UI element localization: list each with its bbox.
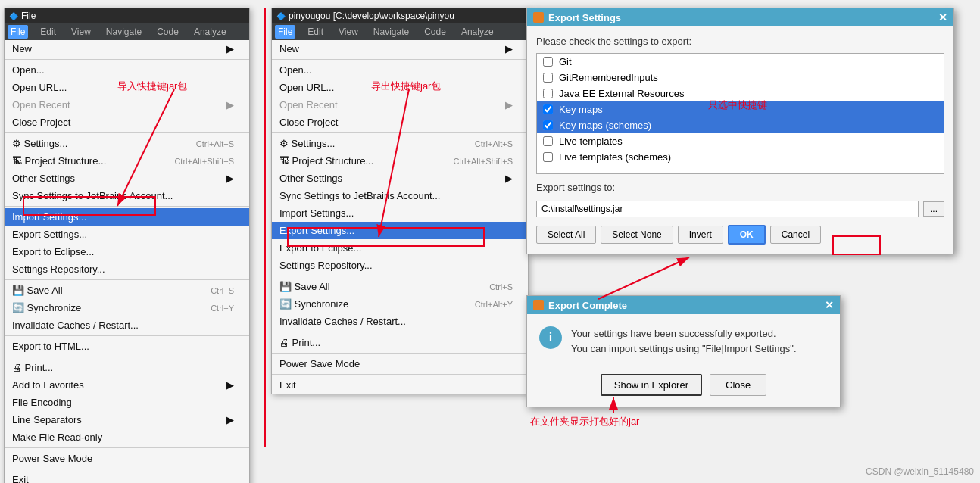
export-complete-annotation: 在文件夹显示打包好的jar	[530, 415, 639, 428]
settings-keymaps-schemes-checkbox[interactable]	[543, 120, 553, 130]
mid-menu-sync2[interactable]: 🔄 Synchronize Ctrl+Alt+Y	[272, 295, 528, 313]
browse-button[interactable]: ...	[923, 201, 944, 217]
mid-toolbar-view[interactable]: View	[336, 25, 361, 39]
mid-settings-repo-label: Settings Repository...	[279, 260, 373, 271]
mid-menu-exit[interactable]: Exit	[272, 376, 528, 394]
left-menu-open[interactable]: Open...	[5, 61, 249, 79]
left-menu-new[interactable]: New ▶	[5, 40, 249, 58]
ok-button[interactable]: OK	[728, 225, 766, 245]
mid-menu-proj-struct[interactable]: 🏗 Project Structure... Ctrl+Alt+Shift+S	[272, 152, 528, 170]
left-toolbar-code[interactable]: Code	[154, 25, 182, 39]
settings-gitremembered-checkbox[interactable]	[543, 73, 553, 83]
settings-live-templates-checkbox[interactable]	[543, 136, 553, 146]
left-menu-export-html[interactable]: Export to HTML...	[5, 338, 249, 355]
settings-keymaps-schemes-label: Key maps (schemes)	[559, 120, 651, 131]
mid-save-shortcut: Ctrl+S	[489, 282, 513, 291]
settings-item-live-templates[interactable]: Live templates	[537, 133, 944, 149]
left-menu-settings[interactable]: ⚙ Settings... Ctrl+Alt+S	[5, 135, 249, 152]
left-menu-settings-repo[interactable]: Settings Repository...	[5, 260, 249, 278]
cancel-button[interactable]: Cancel	[770, 226, 821, 244]
mid-menu-save-all[interactable]: 💾 Save All Ctrl+S	[272, 278, 528, 295]
left-line-sep-label: Line Separators	[12, 414, 82, 425]
left-menu-add-favorites[interactable]: Add to Favorites ▶	[5, 376, 249, 394]
mid-open-recent-label: Open Recent	[279, 99, 338, 111]
left-menu-line-sep[interactable]: Line Separators ▶	[5, 411, 249, 428]
settings-item-git-remembered[interactable]: GitRememberedInputs	[537, 70, 944, 86]
mid-toolbar-analyze[interactable]: Analyze	[458, 25, 497, 39]
mid-menu-open-recent[interactable]: Open Recent ▶	[272, 96, 528, 114]
mid-toolbar-navigate[interactable]: Navigate	[370, 25, 412, 39]
show-in-explorer-button[interactable]: Show in Explorer	[601, 374, 702, 396]
left-menu-title-text: File	[21, 11, 36, 21]
settings-item-live-templates-schemes[interactable]: Live templates (schemes)	[537, 149, 944, 165]
mid-menu-print[interactable]: 🖨 Print...	[272, 334, 528, 351]
export-settings-close[interactable]: ✕	[938, 11, 947, 23]
left-menu-import-settings[interactable]: Import Settings...	[5, 208, 249, 226]
export-complete-close[interactable]: ✕	[825, 299, 834, 311]
mid-menu-export-eclipse[interactable]: Export to Eclipse...	[272, 239, 528, 257]
left-toolbar-edit[interactable]: Edit	[37, 25, 59, 39]
left-menu-exit[interactable]: Exit	[5, 471, 249, 483]
mid-menu-open[interactable]: Open...	[272, 61, 528, 79]
left-line-sep-arrow: ▶	[226, 414, 234, 425]
left-menu-file-encoding[interactable]: File Encoding	[5, 394, 249, 411]
left-menu-save-all[interactable]: 💾 Save All Ctrl+S	[5, 282, 249, 299]
invert-button[interactable]: Invert	[678, 226, 723, 244]
left-menu-export-settings[interactable]: Export Settings...	[5, 226, 249, 243]
mid-new-label: New	[279, 43, 299, 55]
left-settings-repo-label: Settings Repository...	[12, 263, 105, 275]
settings-item-git[interactable]: Git	[537, 54, 944, 70]
left-menu-readonly[interactable]: Make File Read-only	[5, 428, 249, 446]
left-menu-print[interactable]: 🖨 Print...	[5, 359, 249, 376]
mid-menu-open-url[interactable]: Open URL...	[272, 79, 528, 96]
settings-item-javaee[interactable]: Java EE External Resources	[537, 86, 944, 101]
left-toolbar-analyze[interactable]: Analyze	[191, 25, 229, 39]
mid-sync2-label: 🔄 Synchronize	[279, 298, 348, 310]
mid-menu-power-save[interactable]: Power Save Mode	[272, 355, 528, 372]
mid-menu-new[interactable]: New ▶	[272, 40, 528, 58]
mid-menu-close-project[interactable]: Close Project	[272, 114, 528, 131]
mid-menu-other-settings[interactable]: Other Settings ▶	[272, 170, 528, 187]
mid-sync-label: Sync Settings to JetBrains Account...	[279, 190, 440, 201]
close-complete-button[interactable]: Close	[710, 374, 766, 396]
middle-menu-items: New ▶ Open... Open URL... Open Recent ▶ …	[272, 40, 528, 394]
left-menu-open-recent[interactable]: Open Recent ▶	[5, 96, 249, 114]
mid-menu-settings-repo[interactable]: Settings Repository...	[272, 257, 528, 274]
left-menu-close-project[interactable]: Close Project	[5, 114, 249, 131]
left-new-arrow: ▶	[226, 43, 234, 55]
mid-sep4	[272, 332, 528, 332]
mid-toolbar-file[interactable]: File	[275, 25, 295, 39]
left-menu-other-settings[interactable]: Other Settings ▶	[5, 170, 249, 187]
left-toolbar-navigate[interactable]: Navigate	[103, 25, 145, 39]
mid-toolbar-edit[interactable]: Edit	[304, 25, 326, 39]
left-export-eclipse-label: Export to Eclipse...	[12, 246, 94, 257]
mid-menu-invalidate[interactable]: Invalidate Caches / Restart...	[272, 313, 528, 330]
export-path-input[interactable]	[536, 201, 919, 217]
mid-menu-settings[interactable]: ⚙ Settings... Ctrl+Alt+S	[272, 135, 528, 152]
left-exit-label: Exit	[12, 474, 29, 483]
select-none-button[interactable]: Select None	[601, 226, 673, 244]
mid-toolbar-code[interactable]: Code	[421, 25, 449, 39]
left-menu-sync-settings[interactable]: Sync Settings to JetBrains Account...	[5, 187, 249, 204]
settings-item-keymaps-schemes[interactable]: Key maps (schemes)	[537, 117, 944, 133]
mid-exit-label: Exit	[279, 379, 296, 391]
left-save-shortcut: Ctrl+S	[211, 286, 234, 295]
export-complete-title: Export Complete	[548, 300, 627, 311]
left-menu-export-eclipse[interactable]: Export to Eclipse...	[5, 243, 249, 260]
settings-item-keymaps[interactable]: Key maps	[537, 101, 944, 117]
settings-live-templates-schemes-checkbox[interactable]	[543, 152, 553, 162]
left-menu-power-save[interactable]: Power Save Mode	[5, 450, 249, 467]
mid-menu-export[interactable]: Export Settings...	[272, 222, 528, 239]
left-toolbar-view[interactable]: View	[68, 25, 94, 39]
left-menu-synchronize[interactable]: 🔄 Synchronize Ctrl+Y	[5, 299, 249, 316]
select-all-button[interactable]: Select All	[536, 226, 596, 244]
left-menu-project-structure[interactable]: 🏗 Project Structure... Ctrl+Alt+Shift+S	[5, 152, 249, 170]
left-toolbar-file[interactable]: File	[8, 25, 28, 39]
settings-git-checkbox[interactable]	[543, 57, 553, 67]
mid-menu-import[interactable]: Import Settings...	[272, 204, 528, 222]
left-menu-open-url[interactable]: Open URL...	[5, 79, 249, 96]
left-menu-invalidate-caches[interactable]: Invalidate Caches / Restart...	[5, 316, 249, 334]
mid-menu-sync[interactable]: Sync Settings to JetBrains Account...	[272, 187, 528, 204]
settings-keymaps-checkbox[interactable]	[543, 104, 553, 114]
settings-javaee-checkbox[interactable]	[543, 89, 553, 98]
